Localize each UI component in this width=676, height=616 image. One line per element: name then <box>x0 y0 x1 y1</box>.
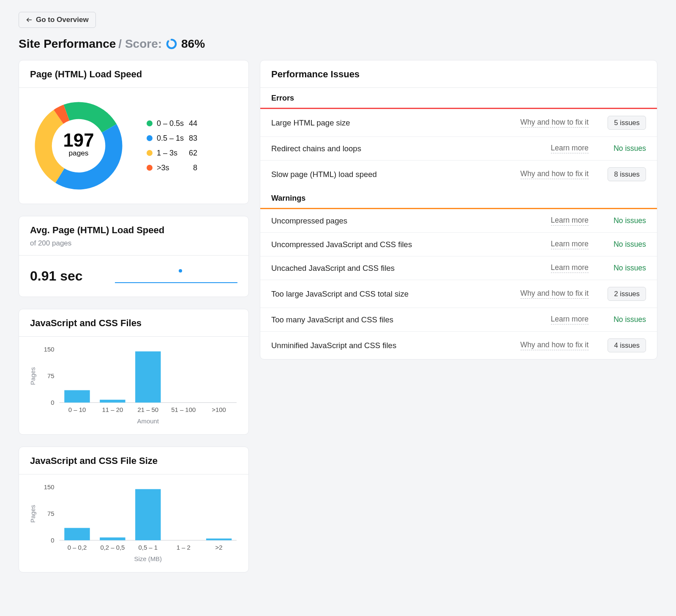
issue-name: Too large JavaScript and CSS total size <box>271 289 513 299</box>
issue-name: Unminified JavaScript and CSS files <box>271 341 513 350</box>
y-axis-label: Pages <box>30 505 36 523</box>
issue-name: Slow page (HTML) load speed <box>271 170 513 179</box>
issue-help-link[interactable]: Learn more <box>551 315 589 324</box>
legend-dot-icon <box>147 150 153 156</box>
legend-value: 44 <box>189 117 202 131</box>
x-tick-label: 0 – 0,2 <box>68 544 87 551</box>
card-jscss-files: JavaScript and CSS Files 075150Pages0 – … <box>19 309 249 435</box>
legend-row[interactable]: 0.5 – 1s83 <box>147 131 202 145</box>
bar[interactable] <box>64 390 90 403</box>
go-to-overview-label: Go to Overview <box>36 16 89 24</box>
y-tick-label: 0 <box>51 537 54 544</box>
issue-help-link[interactable]: Learn more <box>551 144 589 153</box>
x-axis-label: Size (MB) <box>134 556 162 562</box>
load-speed-donut-chart[interactable]: 197 pages <box>30 97 127 194</box>
issue-name: Redirect chains and loops <box>271 144 543 153</box>
issue-name: Uncompressed JavaScript and CSS files <box>271 240 543 249</box>
no-issues-label: No issues <box>613 240 646 248</box>
issue-help-link[interactable]: Learn more <box>551 216 589 226</box>
issue-row: Redirect chains and loopsLearn moreNo is… <box>260 137 657 161</box>
donut-center-label: pages <box>69 149 89 157</box>
bar[interactable] <box>100 537 125 540</box>
x-tick-label: 0,5 – 1 <box>139 544 158 551</box>
card-avg-load-speed: Avg. Page (HTML) Load Speed of 200 pages… <box>19 216 249 297</box>
x-tick-label: >2 <box>215 544 223 551</box>
legend-label: 0.5 – 1s <box>157 134 184 142</box>
legend-label: 0 – 0.5s <box>157 119 184 128</box>
issue-help-link[interactable]: Why and how to fix it <box>521 118 589 128</box>
legend-row[interactable]: >3s8 <box>147 161 202 175</box>
score-ring-icon <box>166 38 177 49</box>
issue-row: Large HTML page sizeWhy and how to fix i… <box>260 109 657 137</box>
page-title-suffix: / Score: <box>118 37 162 51</box>
no-issues-label: No issues <box>613 264 646 272</box>
issue-name: Too many JavaScript and CSS files <box>271 315 543 324</box>
legend-dot-icon <box>147 135 153 141</box>
legend-value: 8 <box>189 161 202 175</box>
x-tick-label: 1 – 2 <box>177 544 191 551</box>
warnings-section-label: Warnings <box>260 188 657 208</box>
avg-load-speed-value: 0.91 sec <box>30 268 83 284</box>
issue-help-link[interactable]: Learn more <box>551 263 589 273</box>
legend-dot-icon <box>147 165 153 171</box>
jscss-size-chart[interactable]: 075150Pages0 – 0,20,2 – 0,50,5 – 11 – 2>… <box>27 484 241 564</box>
issue-help-link[interactable]: Why and how to fix it <box>521 289 589 299</box>
x-tick-label: 21 – 50 <box>137 406 158 413</box>
donut-slice[interactable] <box>35 110 65 183</box>
legend-row[interactable]: 1 – 3s62 <box>147 146 202 160</box>
card-performance-issues: Performance Issues Errors Large HTML pag… <box>260 60 657 360</box>
donut-legend: 0 – 0.5s440.5 – 1s831 – 3s62>3s8 <box>146 116 202 176</box>
y-tick-label: 75 <box>47 373 55 379</box>
avg-load-speed-sparkline <box>115 267 237 286</box>
issue-count-badge[interactable]: 2 issues <box>608 287 646 301</box>
issue-help-link[interactable]: Learn more <box>551 240 589 249</box>
issue-count-badge[interactable]: 5 issues <box>608 116 646 130</box>
bar[interactable] <box>100 400 125 403</box>
x-tick-label: 0 – 10 <box>68 406 86 413</box>
x-tick-label: 51 – 100 <box>171 406 196 413</box>
card-load-speed: Page (HTML) Load Speed 197 pages 0 – 0.5… <box>19 60 249 204</box>
issue-name: Large HTML page size <box>271 118 513 128</box>
donut-slice[interactable] <box>64 102 117 133</box>
issue-row: Unminified JavaScript and CSS filesWhy a… <box>260 332 657 359</box>
jscss-files-title: JavaScript and CSS Files <box>30 318 237 329</box>
issue-row: Uncompressed JavaScript and CSS filesLea… <box>260 233 657 256</box>
errors-section-label: Errors <box>260 88 657 108</box>
issue-name: Uncached JavaScript and CSS files <box>271 264 543 273</box>
x-axis-label: Amount <box>137 418 159 425</box>
y-axis-label: Pages <box>30 367 36 385</box>
issue-count-badge[interactable]: 8 issues <box>608 167 646 181</box>
legend-row[interactable]: 0 – 0.5s44 <box>147 117 202 131</box>
y-tick-label: 0 <box>51 399 54 406</box>
no-issues-label: No issues <box>613 315 646 324</box>
x-tick-label: 11 – 20 <box>102 406 123 413</box>
legend-label: >3s <box>157 164 169 172</box>
issue-help-link[interactable]: Why and how to fix it <box>521 169 589 179</box>
legend-dot-icon <box>147 120 153 126</box>
card-jscss-size: JavaScript and CSS File Size 075150Pages… <box>19 447 249 572</box>
issue-row: Too large JavaScript and CSS total sizeW… <box>260 280 657 308</box>
legend-label: 1 – 3s <box>157 149 177 157</box>
no-issues-label: No issues <box>613 144 646 153</box>
bar[interactable] <box>135 352 161 403</box>
bar[interactable] <box>64 528 90 540</box>
bar[interactable] <box>135 489 161 540</box>
go-to-overview-button[interactable]: Go to Overview <box>19 12 96 28</box>
issue-help-link[interactable]: Why and how to fix it <box>521 341 589 350</box>
issue-row: Uncompressed pagesLearn moreNo issues <box>260 209 657 233</box>
arrow-left-icon <box>26 16 33 23</box>
issue-row: Uncached JavaScript and CSS filesLearn m… <box>260 256 657 280</box>
avg-load-speed-subtitle: of 200 pages <box>30 239 237 248</box>
card-load-speed-title: Page (HTML) Load Speed <box>30 69 237 80</box>
legend-value: 83 <box>189 131 202 145</box>
no-issues-label: No issues <box>613 216 646 225</box>
issue-count-badge[interactable]: 4 issues <box>608 338 646 352</box>
jscss-size-title: JavaScript and CSS File Size <box>30 455 237 466</box>
performance-issues-title: Performance Issues <box>271 69 646 80</box>
issue-row: Too many JavaScript and CSS filesLearn m… <box>260 308 657 332</box>
y-tick-label: 150 <box>44 346 55 353</box>
score-percent: 86% <box>181 37 205 51</box>
jscss-files-chart[interactable]: 075150Pages0 – 1011 – 2021 – 5051 – 100>… <box>27 346 241 426</box>
bar[interactable] <box>206 539 232 540</box>
issue-name: Uncompressed pages <box>271 216 543 226</box>
